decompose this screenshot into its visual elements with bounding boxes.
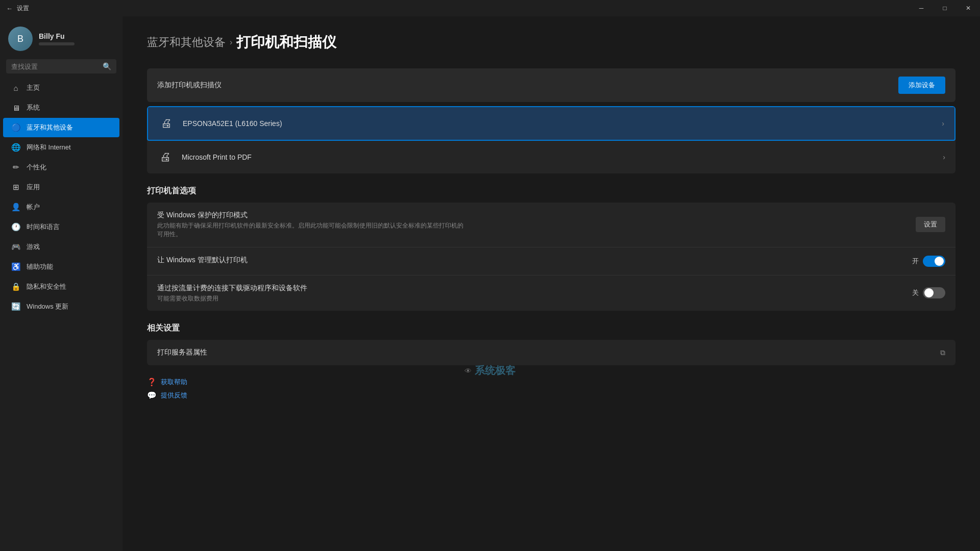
sidebar-item-gaming[interactable]: 🎮 游戏 (3, 237, 119, 257)
breadcrumb-arrow: › (230, 38, 232, 47)
toggle-thumb-manage_default (935, 257, 944, 266)
setting-text-manage_default: 让 Windows 管理默认打印机 (157, 256, 904, 266)
nav-label-system: 系统 (27, 103, 40, 112)
setting-label-metered_connection: 通过按流量计费的连接下载驱动程序和设备软件 (157, 284, 904, 293)
avatar-initial: B (17, 34, 23, 44)
printer-chevron-pdf: › (943, 153, 945, 161)
minimize-button[interactable]: ─ (910, 0, 933, 16)
help-link-get_help[interactable]: ❓ 获取帮助 (147, 378, 955, 387)
toggle-metered_connection[interactable] (923, 287, 945, 298)
setting-row-metered_connection: 通过按流量计费的连接下载驱动程序和设备软件 可能需要收取数据费用 关 (147, 276, 955, 311)
add-device-row: 添加打印机或扫描仪 添加设备 (147, 68, 955, 102)
nav-icon-system: 🖥 (11, 103, 20, 112)
user-name: Billy Fu (39, 32, 75, 40)
preferences-section: 受 Windows 保护的打印模式 此功能有助于确保采用打印机软件的最新安全标准… (147, 203, 955, 311)
sidebar-item-time[interactable]: 🕐 时间和语言 (3, 217, 119, 237)
help-link-label-feedback: 提供反馈 (161, 391, 187, 400)
search-input[interactable] (11, 63, 99, 70)
sidebar-item-privacy[interactable]: 🔒 隐私和安全性 (3, 277, 119, 296)
breadcrumb-parent[interactable]: 蓝牙和其他设备 (147, 35, 226, 50)
nav-label-time: 时间和语言 (27, 222, 60, 232)
main-content: 蓝牙和其他设备 › 打印机和扫描仪 添加打印机或扫描仪 添加设备 🖨 EPSON… (122, 16, 980, 551)
printer-icon-epson: 🖨 (158, 115, 175, 132)
toggle-container-metered_connection: 关 (912, 287, 945, 298)
add-device-button[interactable]: 添加设备 (898, 77, 945, 94)
nav-label-apps: 应用 (27, 183, 40, 192)
sidebar-item-personalize[interactable]: ✏ 个性化 (3, 158, 119, 177)
nav-label-personalize: 个性化 (27, 163, 46, 172)
nav-icon-gaming: 🎮 (11, 242, 20, 252)
close-button[interactable]: ✕ (957, 0, 980, 16)
user-section: B Billy Fu (0, 18, 122, 57)
sidebar-item-apps[interactable]: ⊞ 应用 (3, 178, 119, 197)
related-section: 打印服务器属性 ⧉ (147, 340, 955, 365)
toggle-label-manage_default: 开 (912, 257, 919, 266)
search-box[interactable]: 🔍 (6, 59, 116, 73)
page-title: 打印机和扫描仪 (236, 33, 336, 52)
page-header: 蓝牙和其他设备 › 打印机和扫描仪 (147, 33, 955, 52)
user-subtitle-bar (39, 42, 75, 45)
setting-label-protected_mode: 受 Windows 保护的打印模式 (157, 211, 908, 220)
titlebar-controls: ─ □ ✕ (910, 0, 980, 16)
maximize-button[interactable]: □ (933, 0, 957, 16)
titlebar-left: ← 设置 (6, 4, 29, 13)
setting-label-manage_default: 让 Windows 管理默认打印机 (157, 256, 904, 265)
setting-desc-metered_connection: 可能需要收取数据费用 (157, 294, 463, 303)
user-info: Billy Fu (39, 32, 75, 45)
help-link-icon-get_help: ❓ (147, 378, 157, 387)
sidebar-item-bluetooth[interactable]: 🔵 蓝牙和其他设备 (3, 118, 119, 137)
nav-icon-bluetooth: 🔵 (11, 123, 20, 132)
help-links: ❓ 获取帮助 💬 提供反馈 (147, 378, 955, 400)
nav-icon-time: 🕐 (11, 222, 20, 232)
setting-action-protected_mode: 设置 (916, 217, 945, 232)
nav-icon-apps: ⊞ (11, 183, 20, 192)
toggle-manage_default[interactable] (923, 256, 945, 267)
printer-name-pdf: Microsoft Print to PDF (182, 153, 943, 161)
titlebar: ← 设置 ─ □ ✕ (0, 0, 980, 16)
printer-chevron-epson: › (942, 119, 944, 128)
sidebar-item-accessibility[interactable]: ♿ 辅助功能 (3, 257, 119, 277)
printer-list: 🖨 EPSON3A52E1 (L6160 Series) › 🖨 Microso… (147, 106, 955, 173)
printer-name-epson: EPSON3A52E1 (L6160 Series) (183, 119, 942, 128)
back-icon[interactable]: ← (6, 5, 13, 12)
nav-label-windows_update: Windows 更新 (27, 302, 68, 311)
toggle-thumb-metered_connection (924, 288, 934, 297)
related-section-title: 相关设置 (147, 323, 955, 334)
help-link-icon-feedback: 💬 (147, 391, 157, 400)
nav-label-gaming: 游戏 (27, 242, 40, 252)
setting-text-protected_mode: 受 Windows 保护的打印模式 此功能有助于确保采用打印机软件的最新安全标准… (157, 211, 908, 239)
sidebar-item-windows_update[interactable]: 🔄 Windows 更新 (3, 297, 119, 316)
setting-action-metered_connection: 关 (912, 287, 945, 298)
printer-icon-pdf: 🖨 (157, 149, 174, 165)
nav-icon-personalize: ✏ (11, 163, 20, 172)
nav-label-network: 网络和 Internet (27, 143, 71, 152)
sidebar-item-network[interactable]: 🌐 网络和 Internet (3, 138, 119, 157)
help-link-label-get_help: 获取帮助 (161, 378, 187, 387)
app-body: B Billy Fu 🔍 ⌂ 主页 🖥 系统 🔵 蓝牙和其他设备 🌐 网络和 I… (0, 16, 980, 551)
toggle-container-manage_default: 开 (912, 256, 945, 267)
search-icon[interactable]: 🔍 (103, 62, 111, 70)
preferences-section-title: 打印机首选项 (147, 186, 955, 196)
nav-icon-windows_update: 🔄 (11, 302, 20, 311)
setting-desc-protected_mode: 此功能有助于确保采用打印机软件的最新安全标准。启用此功能可能会限制使用旧的默认安… (157, 221, 463, 239)
nav-label-privacy: 隐私和安全性 (27, 282, 66, 291)
printer-item-pdf[interactable]: 🖨 Microsoft Print to PDF › (147, 141, 955, 173)
setting-row-protected_mode: 受 Windows 保护的打印模式 此功能有助于确保采用打印机软件的最新安全标准… (147, 203, 955, 247)
external-link-icon-print_server: ⧉ (940, 348, 945, 357)
toggle-label-metered_connection: 关 (912, 288, 919, 297)
nav-label-bluetooth: 蓝牙和其他设备 (27, 123, 73, 132)
add-device-label: 添加打印机或扫描仪 (157, 81, 222, 90)
help-link-feedback[interactable]: 💬 提供反馈 (147, 391, 955, 400)
sidebar-item-system[interactable]: 🖥 系统 (3, 98, 119, 117)
setting-text-metered_connection: 通过按流量计费的连接下载驱动程序和设备软件 可能需要收取数据费用 (157, 284, 904, 303)
setting-action-manage_default: 开 (912, 256, 945, 267)
nav-icon-home: ⌂ (11, 83, 20, 92)
setting-row-manage_default: 让 Windows 管理默认打印机 开 (147, 247, 955, 276)
nav-label-home: 主页 (27, 83, 40, 92)
setting-btn-protected_mode[interactable]: 设置 (916, 217, 945, 232)
nav-icon-accessibility: ♿ (11, 262, 20, 271)
sidebar-item-home[interactable]: ⌂ 主页 (3, 78, 119, 97)
sidebar-item-accounts[interactable]: 👤 帐户 (3, 197, 119, 217)
printer-item-epson[interactable]: 🖨 EPSON3A52E1 (L6160 Series) › (147, 106, 955, 141)
related-item-print_server[interactable]: 打印服务器属性 ⧉ (147, 340, 955, 365)
